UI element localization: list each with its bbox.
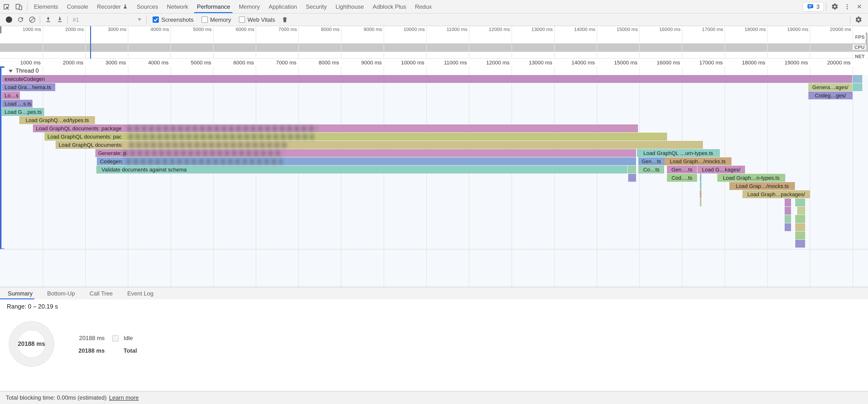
flame-bar[interactable]: Gen…ts bbox=[639, 157, 664, 165]
overview-gridline bbox=[554, 26, 555, 59]
flame-bar[interactable]: executeCodegen bbox=[2, 75, 852, 83]
tab-event-log[interactable]: Event Log bbox=[127, 290, 153, 297]
flame-bar[interactable]: Generate: p bbox=[95, 149, 636, 157]
garbage-collect-icon[interactable] bbox=[279, 14, 290, 25]
flame-bar[interactable]: Load GraphQL …urn-types.ts bbox=[637, 149, 719, 157]
flame-bar[interactable]: Co…ts bbox=[639, 166, 664, 174]
thread-toggle[interactable]: Thread 0 bbox=[9, 67, 39, 74]
tab-console[interactable]: Console bbox=[62, 0, 93, 13]
flame-bar[interactable] bbox=[785, 223, 791, 231]
tab-recorder[interactable]: Recorder bbox=[93, 0, 132, 13]
overview-gridline bbox=[767, 26, 768, 59]
flame-bar[interactable]: Load GraphQL documents: bbox=[56, 141, 703, 149]
flame-bar[interactable] bbox=[700, 174, 702, 182]
flame-bar[interactable]: Load GraphQ…ed/types.ts bbox=[20, 116, 95, 124]
flame-chart[interactable]: Thread 0 executeCodegenLoad Gra…hema.tsG… bbox=[0, 66, 868, 287]
flame-bar[interactable] bbox=[795, 231, 805, 239]
load-profile-icon[interactable] bbox=[42, 14, 54, 25]
tab-redux[interactable]: Redux bbox=[410, 0, 436, 13]
flame-bar[interactable] bbox=[785, 215, 791, 223]
tab-performance[interactable]: Performance bbox=[192, 0, 235, 13]
flame-bar[interactable] bbox=[785, 198, 791, 206]
tab-label: Elements bbox=[34, 3, 58, 10]
flame-bar[interactable]: Load Graph…/mocks.ts bbox=[664, 157, 732, 165]
reload-and-record-icon[interactable] bbox=[14, 14, 26, 25]
flame-bar[interactable]: Load G…pes.ts bbox=[2, 108, 44, 116]
flame-bar[interactable]: Load Graph…n-types.ts bbox=[717, 174, 785, 182]
flame-bar[interactable]: Validate documents against schema bbox=[99, 166, 627, 174]
flame-bar[interactable]: Load Gra…hema.ts bbox=[2, 83, 56, 91]
tab-label: Redux bbox=[415, 3, 432, 10]
flame-bar[interactable]: Codeg…ges/ bbox=[808, 92, 852, 99]
flame-bar[interactable] bbox=[700, 182, 702, 190]
flame-bar[interactable] bbox=[700, 190, 702, 198]
tab-adblock-plus[interactable]: Adblock Plus bbox=[368, 0, 411, 13]
overview-gridline bbox=[852, 26, 853, 59]
overview-gridline bbox=[682, 26, 682, 59]
flame-bar[interactable]: Load Graph…packages/ bbox=[743, 190, 810, 198]
checkbox-memory[interactable]: Memory bbox=[201, 16, 231, 23]
tab-sources[interactable]: Sources bbox=[132, 0, 162, 13]
flame-bar[interactable] bbox=[795, 223, 805, 231]
checkbox-box[interactable] bbox=[153, 17, 159, 23]
tab-lighthouse[interactable]: Lighthouse bbox=[331, 0, 368, 13]
flame-bar[interactable]: Load GraphQL documents: pac bbox=[44, 133, 667, 141]
cpu-activity-band bbox=[0, 43, 868, 52]
issues-button[interactable]: 3 bbox=[803, 2, 824, 11]
tab-summary[interactable]: Summary bbox=[8, 290, 33, 297]
flame-bar[interactable] bbox=[797, 207, 805, 215]
timeline-overview[interactable]: 1000 ms2000 ms3000 ms4000 ms5000 ms6000 … bbox=[0, 26, 868, 59]
checkbox-web-vitals[interactable]: Web Vitals bbox=[239, 16, 275, 23]
flame-bar[interactable]: Gen….ts bbox=[667, 166, 697, 174]
settings-gear-icon[interactable] bbox=[828, 0, 841, 13]
flame-bar[interactable]: Genera…ages/ bbox=[808, 83, 852, 91]
profile-select[interactable]: #1 bbox=[70, 15, 144, 25]
flame-bar[interactable] bbox=[795, 215, 805, 223]
flame-bar[interactable] bbox=[97, 166, 99, 174]
overview-handle[interactable] bbox=[0, 26, 1, 33]
capture-settings-gear-icon[interactable] bbox=[852, 14, 864, 25]
flame-bar[interactable]: Load G…kages/ bbox=[698, 166, 745, 174]
ruler-tick-label: 16000 ms bbox=[657, 60, 680, 65]
legend-row: 20188 msTotal bbox=[68, 346, 137, 355]
checkbox-box[interactable] bbox=[201, 17, 208, 23]
close-devtools-icon[interactable]: × bbox=[854, 2, 865, 11]
save-profile-icon[interactable] bbox=[54, 14, 65, 25]
learn-more-link[interactable]: Learn more bbox=[109, 394, 139, 401]
more-options-icon[interactable] bbox=[841, 0, 854, 13]
flame-bar[interactable] bbox=[785, 207, 791, 215]
flame-bar[interactable]: Load …s.ts bbox=[2, 100, 32, 107]
flame-bar[interactable]: Lo…s bbox=[2, 92, 20, 99]
device-toolbar-icon[interactable] bbox=[12, 0, 25, 13]
flame-bar[interactable] bbox=[628, 174, 636, 182]
tab-network[interactable]: Network bbox=[162, 0, 192, 13]
overview-playhead[interactable] bbox=[90, 26, 91, 59]
overview-tick-label: 17000 ms bbox=[702, 27, 723, 32]
flame-bar[interactable]: Load Grap…/mocks.ts bbox=[730, 182, 795, 190]
flame-bar[interactable]: Load GraphQL documents: package bbox=[33, 124, 638, 132]
clear-recording-icon[interactable] bbox=[26, 14, 38, 25]
range-label: Range: 0 – 20.19 s bbox=[7, 303, 58, 310]
flame-bar[interactable] bbox=[700, 198, 702, 206]
tab-call-tree[interactable]: Call Tree bbox=[89, 290, 113, 297]
tab-elements[interactable]: Elements bbox=[30, 0, 62, 13]
legend-label: Total bbox=[124, 347, 137, 354]
checkbox-screenshots[interactable]: Screenshots bbox=[153, 16, 193, 23]
tab-security[interactable]: Security bbox=[301, 0, 331, 13]
record-icon[interactable] bbox=[3, 14, 14, 25]
track-bottom-line bbox=[0, 249, 868, 249]
tab-memory[interactable]: Memory bbox=[235, 0, 264, 13]
tab-bottom-up[interactable]: Bottom-Up bbox=[47, 290, 75, 297]
flame-bar[interactable] bbox=[795, 240, 805, 248]
flame-bar[interactable] bbox=[795, 198, 805, 206]
inspect-element-icon[interactable] bbox=[0, 0, 12, 13]
overview-tick-label: 6000 ms bbox=[236, 27, 254, 32]
flame-bar[interactable] bbox=[852, 83, 862, 91]
flame-bar[interactable] bbox=[628, 166, 636, 174]
tab-application[interactable]: Application bbox=[264, 0, 301, 13]
flame-bar[interactable]: Cod….ts bbox=[667, 174, 697, 182]
chart-gridline bbox=[640, 66, 640, 287]
flame-bar[interactable]: Codegen: bbox=[97, 157, 636, 165]
checkbox-box[interactable] bbox=[239, 17, 245, 23]
flame-bar[interactable] bbox=[852, 75, 862, 83]
